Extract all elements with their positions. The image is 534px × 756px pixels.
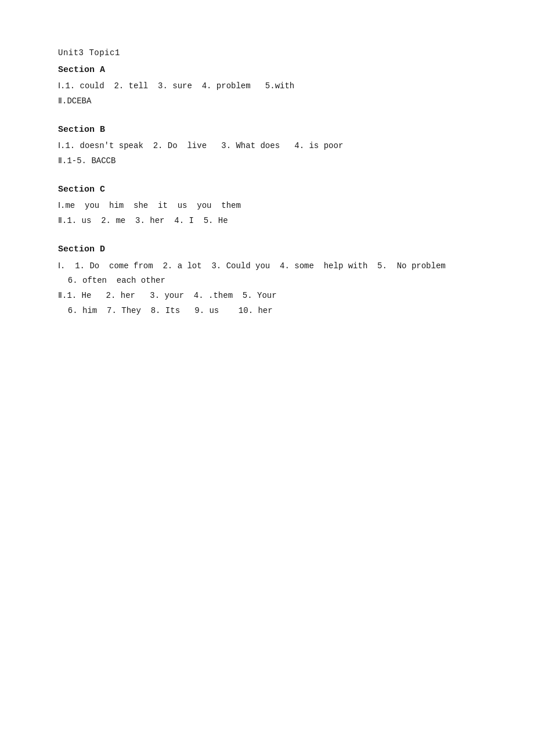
section-a-line-2: Ⅱ.DCEBA bbox=[58, 95, 476, 109]
page-title: Unit3 Topic1 bbox=[58, 46, 476, 60]
section-b-header: Section B bbox=[58, 123, 476, 138]
section-a-line-1: Ⅰ.1. could 2. tell 3. sure 4. problem 5.… bbox=[58, 80, 476, 93]
section-c-block: Section C Ⅰ.me you him she it us you the… bbox=[58, 182, 476, 228]
section-d-line-1: Ⅰ. 1. Do come from 2. a lot 3. Could you… bbox=[58, 260, 476, 273]
section-a-block: Section A Ⅰ.1. could 2. tell 3. sure 4. … bbox=[58, 63, 476, 109]
section-d-header: Section D bbox=[58, 242, 476, 257]
section-b-line-2: Ⅱ.1-5. BACCB bbox=[58, 154, 476, 168]
section-a-header: Section A bbox=[58, 63, 476, 78]
page-container: Unit3 Topic1 Section A Ⅰ.1. could 2. tel… bbox=[58, 46, 476, 318]
section-d-line-2: 6. often each other bbox=[58, 274, 476, 288]
section-d-line-4: 6. him 7. They 8. Its 9. us 10. her bbox=[58, 304, 476, 318]
section-b-block: Section B Ⅰ.1. doesn't speak 2. Do live … bbox=[58, 123, 476, 168]
section-d-line-3: Ⅱ.1. He 2. her 3. your 4. .them 5. Your bbox=[58, 289, 476, 303]
section-b-line-1: Ⅰ.1. doesn't speak 2. Do live 3. What do… bbox=[58, 139, 476, 153]
section-c-line-2: Ⅱ.1. us 2. me 3. her 4. I 5. He bbox=[58, 214, 476, 228]
section-c-header: Section C bbox=[58, 182, 476, 197]
section-d-block: Section D Ⅰ. 1. Do come from 2. a lot 3.… bbox=[58, 242, 476, 318]
section-c-line-1: Ⅰ.me you him she it us you them bbox=[58, 199, 476, 213]
